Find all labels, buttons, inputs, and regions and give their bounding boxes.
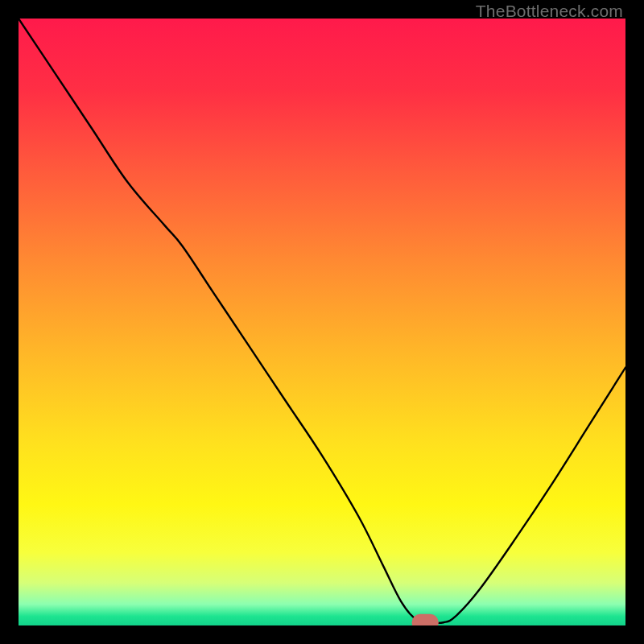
gradient-background xyxy=(19,19,625,625)
bottleneck-chart xyxy=(19,19,625,625)
watermark-text: TheBottleneck.com xyxy=(476,2,623,21)
chart-frame xyxy=(19,19,625,625)
optimal-point-marker xyxy=(412,614,439,625)
